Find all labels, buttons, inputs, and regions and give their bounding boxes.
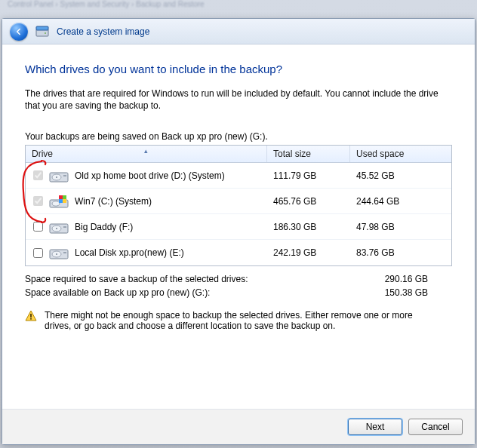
svg-point-2 [45, 32, 46, 34]
drive-total-size: 186.30 GB [267, 222, 350, 232]
space-available-value: 150.38 GB [385, 287, 428, 298]
window-title: Create a system image [57, 26, 149, 37]
table-row[interactable]: Local Disk xp.pro(new) (E:)242.19 GB83.7… [26, 240, 451, 265]
space-required-label: Space required to save a backup of the s… [25, 274, 248, 284]
svg-point-19 [56, 253, 57, 255]
svg-rect-10 [63, 195, 66, 199]
table-header-row: Drive ▴ Total size Used space [26, 146, 451, 163]
back-button[interactable] [10, 23, 28, 41]
page-heading: Which drives do you want to include in t… [25, 63, 452, 75]
hard-drive-icon [49, 219, 69, 235]
drive-checkbox [33, 196, 43, 206]
space-available-label: Space available on Back up xp pro (new) … [25, 287, 210, 298]
drive-total-size: 242.19 GB [267, 247, 350, 258]
svg-rect-12 [63, 199, 66, 203]
warning-icon [25, 310, 37, 322]
drive-label: Old xp home boot drive (D:) (System) [75, 170, 225, 181]
column-header-drive[interactable]: Drive ▴ [26, 146, 267, 162]
svg-point-8 [52, 201, 60, 206]
column-header-total[interactable]: Total size [267, 146, 350, 162]
drive-label: Win7 (C:) (System) [75, 196, 152, 207]
table-row[interactable]: Old xp home boot drive (D:) (System)111.… [26, 163, 451, 189]
arrow-left-icon [14, 26, 24, 37]
system-image-icon [35, 26, 49, 38]
background-breadcrumb: Control Panel › System and Security › Ba… [0, 0, 477, 8]
space-summary: Space required to save a backup of the s… [25, 272, 452, 299]
drive-label: Local Disk xp.pro(new) (E:) [75, 247, 184, 258]
svg-rect-6 [63, 175, 66, 176]
drive-list: Drive ▴ Total size Used space Old xp hom… [25, 145, 452, 266]
svg-rect-21 [30, 314, 32, 318]
svg-rect-9 [59, 195, 63, 199]
drive-checkbox[interactable] [33, 248, 43, 258]
drive-used-space: 83.76 GB [350, 247, 451, 258]
svg-rect-16 [63, 226, 66, 228]
drive-label: Big Daddy (F:) [75, 222, 133, 232]
svg-rect-20 [63, 252, 66, 253]
cancel-button[interactable]: Cancel [408, 419, 463, 435]
space-required-value: 290.16 GB [385, 274, 428, 284]
table-row[interactable]: Win7 (C:) (System)465.76 GB244.64 GB [26, 189, 451, 214]
svg-point-5 [56, 176, 57, 178]
title-bar: Create a system image [2, 19, 475, 44]
warning-box: There might not be enough space to backu… [25, 310, 432, 331]
drive-used-space: 47.98 GB [350, 222, 451, 232]
drive-total-size: 111.79 GB [267, 170, 350, 181]
save-target-text: Your backups are being saved on Back up … [25, 131, 452, 142]
hard-drive-icon [49, 194, 69, 209]
drive-used-space: 45.52 GB [350, 170, 451, 181]
next-button[interactable]: Next [348, 419, 402, 435]
drive-checkbox[interactable] [33, 222, 43, 232]
svg-rect-22 [30, 318, 32, 320]
table-row[interactable]: Big Daddy (F:)186.30 GB47.98 GB [26, 214, 451, 240]
sort-indicator-icon: ▴ [144, 147, 148, 155]
wizard-window: Create a system image Which drives do yo… [2, 18, 475, 445]
svg-rect-1 [36, 26, 48, 30]
explain-text: The drives that are required for Windows… [25, 87, 452, 112]
hard-drive-icon [49, 168, 69, 183]
svg-point-15 [56, 228, 57, 229]
warning-text: There might not be enough space to backu… [45, 310, 432, 331]
drive-total-size: 465.76 GB [267, 196, 350, 207]
hard-drive-icon [49, 245, 69, 260]
drive-checkbox [33, 170, 43, 180]
button-bar: Next Cancel [2, 409, 475, 444]
drive-used-space: 244.64 GB [350, 196, 451, 207]
svg-rect-11 [59, 199, 63, 203]
column-header-used[interactable]: Used space [350, 146, 451, 162]
